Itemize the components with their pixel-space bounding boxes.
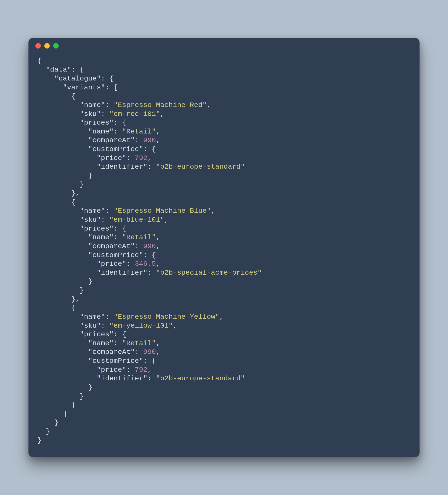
minimize-icon[interactable] xyxy=(44,43,50,49)
code-area: { "data": { "catalogue": { "variants": [… xyxy=(28,54,420,457)
close-icon[interactable] xyxy=(35,43,41,49)
code-block[interactable]: { "data": { "catalogue": { "variants": [… xyxy=(37,57,411,445)
window-titlebar xyxy=(28,38,420,54)
code-window: { "data": { "catalogue": { "variants": [… xyxy=(28,38,420,457)
zoom-icon[interactable] xyxy=(53,43,59,49)
